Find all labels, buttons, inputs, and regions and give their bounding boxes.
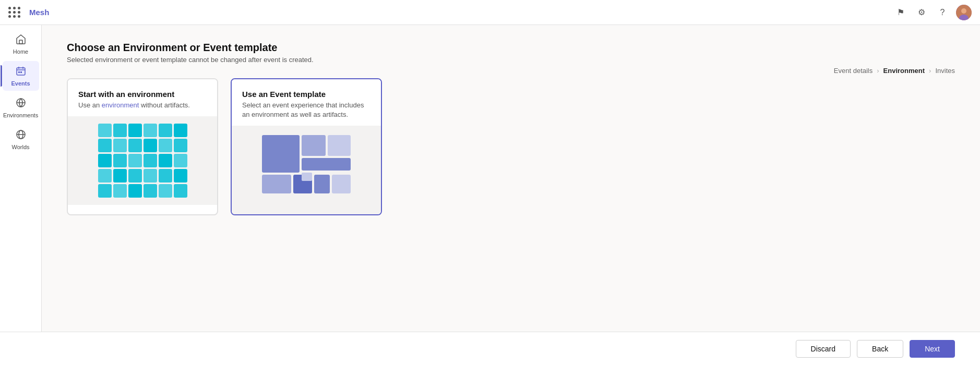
environment-card-title: Start with an environment (78, 90, 207, 99)
avatar[interactable] (956, 5, 972, 20)
event-template-card-desc: Select an event experience that includes… (242, 101, 371, 119)
sidebar-item-home-label: Home (13, 48, 28, 55)
environment-card-image (68, 116, 217, 205)
svg-rect-18 (302, 173, 312, 181)
topbar: Mesh ⚑ ⚙ ? (0, 0, 980, 25)
svg-rect-17 (332, 175, 351, 193)
discard-button[interactable]: Discard (796, 340, 851, 358)
sidebar-item-events[interactable]: Events (3, 61, 39, 91)
sidebar: Home Events Environments (0, 25, 42, 365)
svg-rect-3 (19, 40, 22, 44)
breadcrumb-sep-2: › (929, 67, 931, 75)
content-area: Event details › Environment › Invites Ch… (42, 25, 980, 365)
event-template-card-image (232, 126, 381, 214)
svg-rect-10 (262, 135, 300, 173)
breadcrumb: Event details › Environment › Invites (834, 67, 955, 75)
flag-icon[interactable]: ⚑ (893, 5, 908, 20)
sidebar-item-worlds-label: Worlds (11, 144, 29, 150)
action-bar: Discard Back Next (42, 332, 980, 365)
sidebar-item-environments[interactable]: Environments (3, 93, 39, 123)
events-icon (15, 65, 27, 79)
env-grid-illustration (98, 124, 187, 198)
breadcrumb-step-event-details: Event details (834, 67, 873, 75)
breadcrumb-step-invites: Invites (935, 67, 955, 75)
sidebar-item-events-label: Events (11, 80, 30, 87)
home-icon (15, 33, 27, 47)
environment-card-header: Start with an environment Use an environ… (68, 79, 217, 116)
svg-rect-16 (314, 175, 330, 193)
svg-rect-13 (302, 158, 351, 171)
sidebar-item-worlds[interactable]: Worlds (3, 125, 39, 154)
main-layout: Home Events Environments (0, 25, 980, 365)
svg-point-1 (961, 8, 966, 14)
svg-rect-5 (18, 71, 20, 73)
mosaic-illustration (262, 135, 351, 205)
sidebar-item-environments-label: Environments (3, 112, 38, 118)
svg-rect-11 (302, 135, 326, 156)
environment-card-desc: Use an environment without artifacts. (78, 101, 207, 110)
environments-icon (15, 97, 27, 111)
page-subtitle: Selected environment or event template c… (67, 56, 955, 64)
svg-rect-12 (328, 135, 351, 156)
environment-card[interactable]: Start with an environment Use an environ… (67, 78, 218, 215)
app-title: Mesh (29, 8, 49, 17)
event-template-card-title: Use an Event template (242, 90, 371, 99)
breadcrumb-step-environment: Environment (883, 67, 925, 75)
back-button[interactable]: Back (857, 340, 903, 358)
help-icon[interactable]: ? (935, 5, 950, 20)
cards-row: Start with an environment Use an environ… (67, 78, 955, 215)
environment-link[interactable]: environment (102, 101, 139, 109)
event-template-card-header: Use an Event template Select an event ex… (232, 79, 381, 126)
breadcrumb-sep-1: › (877, 67, 879, 75)
svg-rect-14 (262, 175, 291, 193)
sidebar-item-home[interactable]: Home (3, 29, 39, 59)
svg-rect-6 (20, 71, 22, 73)
next-button[interactable]: Next (910, 340, 955, 358)
event-template-card[interactable]: Use an Event template Select an event ex… (231, 78, 382, 215)
apps-grid-icon[interactable] (8, 7, 21, 18)
page-title: Choose an Environment or Event template (67, 42, 955, 54)
worlds-icon (15, 129, 27, 143)
settings-icon[interactable]: ⚙ (914, 5, 929, 20)
